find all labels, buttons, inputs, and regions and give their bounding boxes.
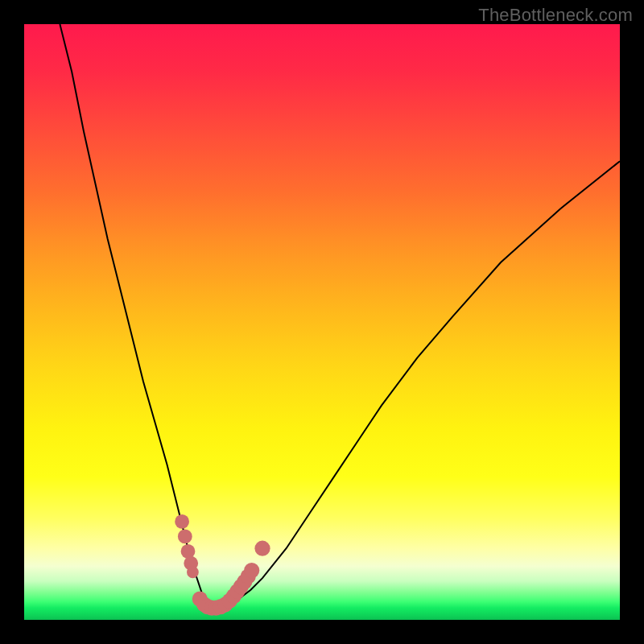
curve-line — [60, 24, 620, 608]
curve-marker — [178, 530, 192, 544]
plot-area — [24, 24, 620, 620]
curve-marker — [244, 563, 259, 578]
curve-markers — [175, 514, 270, 616]
curve-marker — [187, 566, 199, 578]
curve-marker — [181, 544, 196, 559]
bottleneck-curve — [24, 24, 620, 620]
watermark-text: TheBottleneck.com — [478, 5, 633, 26]
curve-marker — [254, 541, 270, 556]
chart-frame: TheBottleneck.com — [0, 0, 644, 644]
curve-marker — [175, 514, 189, 529]
